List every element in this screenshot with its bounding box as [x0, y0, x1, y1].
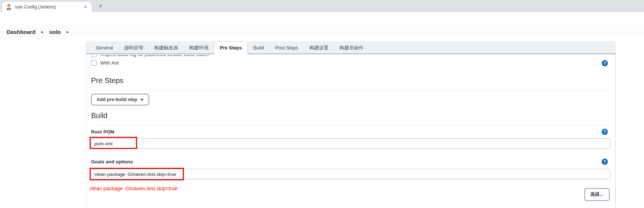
tab-source-management[interactable]: 源码管理 — [118, 41, 149, 53]
with-ant-label: With Ant — [100, 60, 119, 66]
tab-pre-steps[interactable]: Pre Steps — [214, 41, 248, 54]
section-divider — [91, 90, 610, 90]
tab-build-environment[interactable]: 构建环境 — [184, 41, 214, 53]
help-icon[interactable]: ? — [602, 159, 608, 165]
tab-post-build-actions[interactable]: 构建后操作 — [334, 41, 369, 53]
pre-steps-heading: Pre Steps — [91, 76, 123, 85]
browser-tab-title: solo Config [Jenkins] — [15, 4, 82, 10]
tab-build[interactable]: Build — [248, 41, 269, 53]
with-ant-row: With Ant — [91, 60, 119, 66]
clipped-row: Inspect build log for published Gradle b… — [91, 55, 320, 59]
advanced-button[interactable]: 高级... — [584, 188, 610, 201]
root-pom-input[interactable] — [91, 138, 610, 149]
browser-toolbar: ! 不安全 192.168.10.22:8080/job/solo/config… — [0, 12, 644, 25]
browser-tabstrip: solo Config [Jenkins] × + — [0, 0, 644, 12]
help-icon[interactable]: ? — [602, 129, 608, 135]
jenkins-favicon — [6, 4, 12, 10]
build-heading: Build — [91, 111, 107, 120]
config-tabbar: General 源码管理 构建触发器 构建环境 Pre Steps Build … — [86, 41, 616, 54]
add-pre-build-step-button[interactable]: Add pre-build step — [91, 94, 149, 105]
chevron-right-icon[interactable]: ▸ — [67, 30, 69, 34]
breadcrumb-dashboard[interactable]: Dashboard — [7, 29, 35, 35]
gradle-scan-label: Inspect build log for published Gradle b… — [100, 55, 209, 57]
help-icon[interactable]: ? — [602, 60, 608, 66]
tab-general[interactable]: General — [90, 41, 118, 53]
gradle-scan-checkbox[interactable] — [91, 55, 97, 57]
with-ant-checkbox[interactable] — [91, 60, 97, 66]
section-divider — [91, 125, 610, 125]
add-pre-build-step-label: Add pre-build step — [97, 97, 137, 102]
tab-build-triggers[interactable]: 构建触发器 — [149, 41, 184, 53]
root-pom-label: Root POM — [91, 129, 114, 135]
annotation-text: clean package -Dmaven.test.skip=true — [90, 186, 178, 191]
browser-tab[interactable]: solo Config [Jenkins] × — [2, 2, 91, 12]
chevron-right-icon[interactable]: ▸ — [41, 30, 43, 34]
chevron-down-icon — [140, 99, 144, 101]
goals-input[interactable] — [91, 169, 610, 179]
screenshot-root: solo Config [Jenkins] × + ! 不安全 192.168.… — [0, 0, 644, 208]
close-tab-icon[interactable]: × — [82, 4, 88, 10]
breadcrumb: Dashboard ▸ solo ▸ — [0, 25, 644, 38]
config-panel: General 源码管理 构建触发器 构建环境 Pre Steps Build … — [86, 41, 616, 208]
tab-post-steps[interactable]: Post Steps — [269, 41, 304, 53]
tab-build-settings[interactable]: 构建设置 — [304, 41, 334, 53]
goals-label: Goals and options — [91, 159, 133, 164]
breadcrumb-solo[interactable]: solo — [49, 29, 61, 35]
new-tab-button[interactable]: + — [97, 2, 105, 10]
